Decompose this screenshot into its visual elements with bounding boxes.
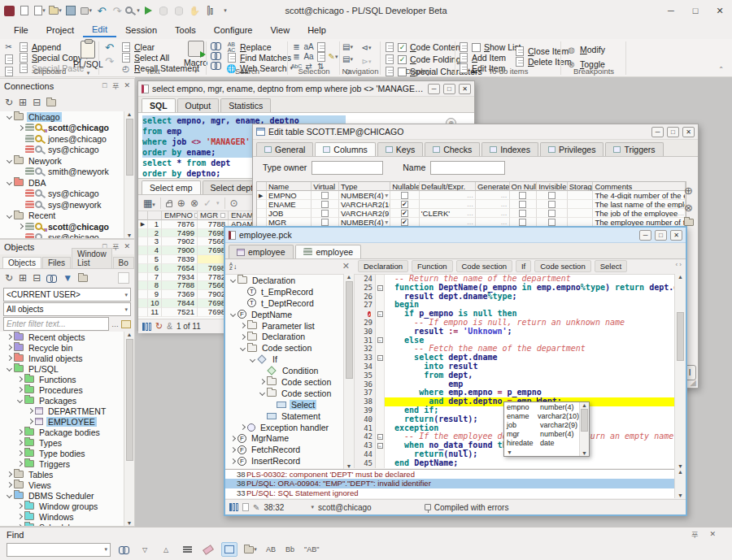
app-icon[interactable] xyxy=(3,5,15,16)
objects-tree-item[interactable]: Views xyxy=(0,480,134,490)
expand-chevron[interactable] xyxy=(238,335,247,339)
navigator-item[interactable]: Code section xyxy=(225,388,343,399)
connections-restore-icon[interactable]: □ xyxy=(102,81,107,92)
employee-tab-package-spec[interactable]: employee xyxy=(229,245,294,258)
post-icon[interactable]: ✓ xyxy=(203,198,211,209)
connections-add-icon[interactable]: ⊞ xyxy=(19,97,27,108)
logon-key-icon[interactable]: ▾ xyxy=(127,5,138,16)
gutter-line[interactable]: 30 xyxy=(355,328,376,336)
find-close-icon[interactable]: ✕ xyxy=(709,530,716,540)
navigate-back-icon[interactable]: ⊲▾ xyxy=(361,42,372,53)
navigator-scrollbar[interactable]: ▲▼ xyxy=(343,274,354,469)
table-name-input[interactable] xyxy=(430,161,505,175)
objects-refresh-icon[interactable]: ↻ xyxy=(5,272,13,284)
fold-toggle-icon[interactable]: − xyxy=(377,355,383,361)
breadcrumb-code-section[interactable]: Code section xyxy=(456,260,512,272)
edit-table-tab-triggers[interactable]: Triggers xyxy=(605,142,663,156)
gutter-line[interactable]: 27 xyxy=(355,301,376,310)
gutter-line[interactable]: 25 xyxy=(355,284,376,293)
edit-table-close-button[interactable]: ✕ xyxy=(682,127,695,137)
new-document-icon[interactable] xyxy=(19,5,30,16)
expand-chevron[interactable] xyxy=(16,224,25,228)
objects-add-icon[interactable]: ⊞ xyxy=(19,272,27,284)
expand-chevron[interactable] xyxy=(15,462,24,466)
navigate-forward-icon[interactable]: ⊳▾ xyxy=(361,56,372,67)
objects-tree-item[interactable]: DEPARTMENT xyxy=(0,406,134,416)
connections-folder-icon[interactable] xyxy=(46,99,56,106)
expand-chevron[interactable] xyxy=(16,126,25,130)
message-pin-icon[interactable] xyxy=(425,504,431,510)
compile-error-row[interactable]: 38PL/SQL: ORA-00904: "EMP"."DEPT": inval… xyxy=(225,479,674,488)
result-tab-select-emp[interactable]: Select emp xyxy=(142,180,201,194)
search-current-window-icon[interactable] xyxy=(221,542,237,557)
connection-item[interactable]: sys@newyork xyxy=(0,199,134,211)
navigator-item[interactable]: Statement xyxy=(225,410,343,422)
expand-chevron[interactable] xyxy=(15,388,24,392)
connections-close-icon[interactable]: ✕ xyxy=(124,81,130,92)
navigator-item[interactable]: FDeptName xyxy=(225,309,343,320)
expand-chevron[interactable] xyxy=(5,356,14,360)
navigator-item[interactable]: Tt_DeptRecord xyxy=(225,297,343,309)
rollback-icon[interactable] xyxy=(173,5,185,16)
breadcrumb-select[interactable]: Select xyxy=(595,260,627,272)
gutter-line[interactable]: 43 xyxy=(355,441,376,450)
ribbon-tab-session[interactable]: Session xyxy=(116,24,166,37)
column-header-name[interactable]: Name xyxy=(267,182,312,191)
replace-button[interactable]: ABACReplace xyxy=(226,42,293,52)
navigator-item[interactable]: FFetchRecord xyxy=(225,444,343,455)
objects-tree-item[interactable]: PL/SQL xyxy=(0,363,134,374)
objects-tab-bo[interactable]: Bo xyxy=(113,257,134,268)
fold-toggle-icon[interactable]: − xyxy=(377,285,383,291)
gutter-line[interactable]: 35 xyxy=(355,371,376,380)
column-header-comments[interactable]: Comments xyxy=(593,182,686,191)
copy-icon[interactable] xyxy=(3,54,14,64)
fold-toggle-icon[interactable]: − xyxy=(377,443,383,449)
objects-color-box[interactable] xyxy=(118,272,129,284)
gutter-line[interactable]: 32 xyxy=(355,345,376,354)
close-button[interactable]: ✕ xyxy=(708,1,732,20)
popup-scrollbar[interactable]: ▲▼ xyxy=(579,402,589,456)
column-header-empno[interactable]: EMPNO xyxy=(162,211,198,220)
objects-tree-item[interactable]: Package bodies xyxy=(0,427,134,437)
column-header-type[interactable]: Type xyxy=(339,182,390,191)
autocomplete-item[interactable]: enamevarchar2(10) xyxy=(504,412,579,421)
collapse-chevron[interactable] xyxy=(258,391,267,395)
autocomplete-item[interactable]: empnonumber(4) xyxy=(504,403,579,412)
find-next-result-icon[interactable]: ▽ xyxy=(137,542,153,557)
grid-mode-icon[interactable]: ▦▾ xyxy=(143,198,155,209)
objects-folder-icon[interactable] xyxy=(78,275,88,282)
gutter-line[interactable]: 45 xyxy=(355,459,376,468)
bookmark-set-icon[interactable]: ▤▾ xyxy=(342,41,353,52)
find-next-icon[interactable] xyxy=(211,52,221,59)
redo-arrow-icon[interactable]: ↷ xyxy=(104,56,115,67)
connection-item[interactable]: scott@chicago xyxy=(0,123,134,134)
expand-chevron[interactable] xyxy=(229,436,237,441)
expand-chevron[interactable] xyxy=(26,419,35,423)
edit-table-minimize-button[interactable]: ─ xyxy=(651,127,664,137)
filter-more-button[interactable]: … xyxy=(111,320,119,328)
find-input-combo[interactable]: ▾ xyxy=(7,543,111,557)
sql-window-tab-output[interactable]: Output xyxy=(177,98,220,112)
column-header-on-null[interactable]: On Null xyxy=(510,182,538,191)
ribbon-tab-view[interactable]: View xyxy=(261,24,298,37)
expand-chevron[interactable] xyxy=(15,514,24,519)
expand-chevron[interactable] xyxy=(15,441,24,445)
objects-tree-item[interactable]: Types xyxy=(0,437,134,448)
collapse-chevron[interactable] xyxy=(229,312,237,316)
collapse-chevron[interactable] xyxy=(15,398,24,402)
expand-chevron[interactable] xyxy=(229,459,237,463)
objects-find-icon[interactable] xyxy=(46,275,57,281)
fold-toggle-icon[interactable]: − xyxy=(377,337,383,343)
delete-row-icon[interactable]: ⊗ xyxy=(190,198,198,209)
column-header-storage[interactable]: Storage xyxy=(568,182,594,191)
expand-chevron[interactable] xyxy=(5,345,14,349)
find-pin-icon[interactable]: 푸 xyxy=(691,530,698,540)
employee-minimize-button[interactable]: ─ xyxy=(639,230,651,241)
navigator-item[interactable]: FUpdateRecord xyxy=(225,467,343,468)
collapse-chevron[interactable] xyxy=(5,158,14,163)
find-previous-result-icon[interactable]: △ xyxy=(158,542,174,557)
search-files-icon[interactable]: ▾ xyxy=(242,542,259,557)
expand-chevron[interactable] xyxy=(5,335,14,339)
column-header-invisible[interactable]: Invisible xyxy=(537,182,568,191)
employee-close-button[interactable]: ✕ xyxy=(670,230,682,241)
